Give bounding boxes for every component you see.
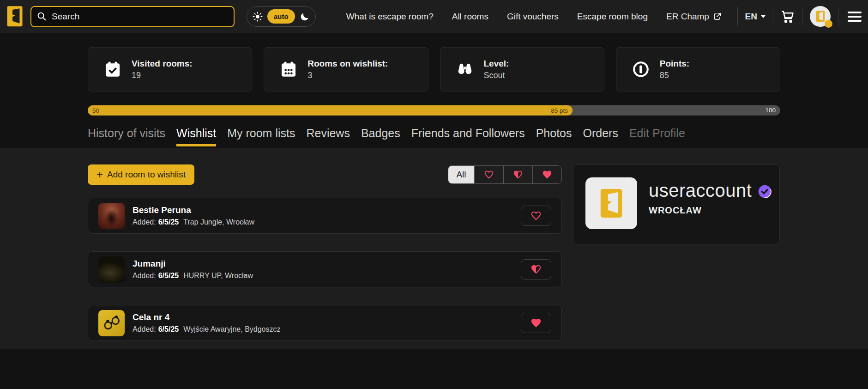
tab-edit-profile[interactable]: Edit Profile — [629, 127, 685, 146]
filter-all-button[interactable]: All — [448, 166, 474, 183]
room-meta: Added:6/5/25HURRY UP, Wrocław — [133, 272, 521, 280]
heart-outline-icon — [484, 170, 494, 180]
profile-tabs: History of visitsWishlistMy room listsRe… — [88, 127, 780, 146]
wishlist-toolbar: + Add room to wishlist All — [88, 164, 562, 185]
divider — [737, 7, 738, 26]
favorite-button[interactable] — [521, 313, 551, 333]
heart-outline-icon — [530, 210, 542, 221]
room-thumbnail — [98, 203, 125, 229]
wishlist-item[interactable]: Jumanji Added:6/5/25HURRY UP, Wrocław — [88, 251, 562, 287]
wishlist-item[interactable]: Bestie Peruna Added:6/5/25Trap Jungle, W… — [88, 198, 562, 234]
tab-my-room-lists[interactable]: My room lists — [227, 127, 295, 146]
favorite-button[interactable] — [521, 206, 551, 226]
hamburger-menu-icon[interactable] — [848, 12, 862, 22]
room-title[interactable]: Cela nr 4 — [133, 312, 521, 322]
plus-icon: + — [96, 170, 103, 179]
sun-icon — [253, 12, 263, 22]
room-meta: Added:6/5/25Wyjście Awaryjne, Bydgoszcz — [133, 325, 521, 334]
progress-current-label: 85 pts — [551, 107, 568, 114]
tab-friends-and-followers[interactable]: Friends and Followers — [411, 127, 525, 146]
stat-card: Rooms on wishlist: 3 — [264, 47, 428, 91]
stat-value: 3 — [307, 71, 388, 80]
points-progress-bar: 50 85 pts 100 — [88, 105, 780, 115]
footer-strip — [0, 349, 868, 389]
heart-half-icon — [530, 264, 542, 275]
filter-heart-full-button[interactable] — [532, 166, 561, 183]
nav-link-what-is-escape-room[interactable]: What is escape room? — [346, 12, 434, 22]
theme-toggle[interactable]: auto — [247, 6, 316, 27]
room-thumbnail — [98, 310, 125, 336]
profile-city: WROCŁAW — [649, 205, 772, 216]
calendar-days-icon — [280, 61, 297, 78]
profile-card: useraccount WROCŁAW — [573, 164, 780, 244]
search-bar — [30, 6, 235, 27]
search-input[interactable] — [30, 6, 235, 27]
divider — [773, 7, 773, 26]
nav-link-all-rooms[interactable]: All rooms — [452, 12, 488, 22]
moon-icon — [300, 12, 310, 22]
progress-fill: 50 85 pts — [88, 105, 573, 115]
wishlist-column: + Add room to wishlist All Bestie Peruna… — [88, 164, 562, 349]
stat-label: Rooms on wishlist: — [307, 59, 388, 69]
chevron-down-icon — [761, 15, 766, 18]
favorite-button[interactable] — [521, 259, 551, 280]
stat-label: Level: — [484, 59, 509, 69]
user-avatar[interactable] — [810, 6, 831, 27]
theme-auto-button[interactable]: auto — [267, 9, 295, 24]
language-selector[interactable]: EN — [745, 12, 766, 22]
top-navbar: auto What is escape room?All roomsGift v… — [0, 0, 868, 33]
heart-full-icon — [542, 170, 552, 180]
wishlist-item[interactable]: Cela nr 4 Added:6/5/25Wyjście Awaryjne, … — [88, 305, 562, 341]
filter-heart-half-button[interactable] — [503, 166, 532, 183]
tab-wishlist[interactable]: Wishlist — [176, 127, 216, 146]
stat-card: Visited rooms: 19 — [88, 47, 252, 91]
binoculars-icon — [456, 61, 474, 78]
stat-card: Level: Scout — [440, 47, 604, 91]
nav-link-escape-room-blog[interactable]: Escape room blog — [577, 12, 648, 22]
coin-icon — [632, 61, 650, 78]
stat-value: 85 — [660, 71, 689, 80]
room-title[interactable]: Jumanji — [133, 259, 521, 269]
filter-heart-outline-button[interactable] — [474, 166, 503, 183]
divider — [838, 7, 838, 26]
tab-badges[interactable]: Badges — [361, 127, 400, 146]
tab-history-of-visits[interactable]: History of visits — [88, 127, 165, 146]
room-meta: Added:6/5/25Trap Jungle, Wrocław — [133, 218, 521, 226]
room-title[interactable]: Bestie Peruna — [133, 205, 521, 215]
external-link-icon — [713, 12, 722, 21]
main-content: + Add room to wishlist All Bestie Peruna… — [0, 148, 868, 349]
profile-info: useraccount WROCŁAW — [649, 177, 772, 231]
verified-badge-icon — [758, 184, 772, 199]
progress-end-label: 100 — [765, 105, 776, 115]
stat-label: Visited rooms: — [132, 59, 193, 69]
nav-link-gift-vouchers[interactable]: Gift vouchers — [507, 12, 559, 22]
calendar-check-icon — [104, 61, 121, 78]
nav-link-er-champ[interactable]: ER Champ — [666, 12, 722, 22]
stat-card: Points: 85 — [616, 47, 780, 91]
favorite-filter-group: All — [448, 165, 562, 184]
tab-orders[interactable]: Orders — [583, 127, 618, 146]
stat-label: Points: — [660, 59, 689, 69]
tab-reviews[interactable]: Reviews — [306, 127, 350, 146]
site-logo-icon[interactable] — [5, 6, 25, 28]
language-label: EN — [745, 12, 757, 22]
heart-half-icon — [513, 170, 523, 180]
tab-photos[interactable]: Photos — [536, 127, 572, 146]
username: useraccount — [649, 180, 752, 201]
room-thumbnail — [98, 256, 125, 283]
heart-full-icon — [530, 317, 542, 328]
stat-value: Scout — [484, 71, 509, 80]
page: auto What is escape room?All roomsGift v… — [0, 0, 868, 389]
add-button-label: Add room to wishlist — [107, 170, 186, 180]
notification-badge — [825, 20, 832, 28]
cart-icon[interactable] — [781, 10, 795, 24]
wishlist-items: Bestie Peruna Added:6/5/25Trap Jungle, W… — [88, 198, 562, 341]
profile-hero-section: Visited rooms: 19 Rooms on wishlist: 3 L… — [0, 33, 868, 148]
add-room-to-wishlist-button[interactable]: + Add room to wishlist — [88, 164, 194, 185]
main-nav: What is escape room?All roomsGift vouche… — [346, 12, 722, 22]
header-right-zone: EN — [730, 6, 862, 27]
stats-row: Visited rooms: 19 Rooms on wishlist: 3 L… — [88, 47, 780, 91]
search-icon — [36, 11, 47, 21]
progress-start-label: 50 — [92, 107, 99, 114]
divider — [802, 7, 802, 26]
